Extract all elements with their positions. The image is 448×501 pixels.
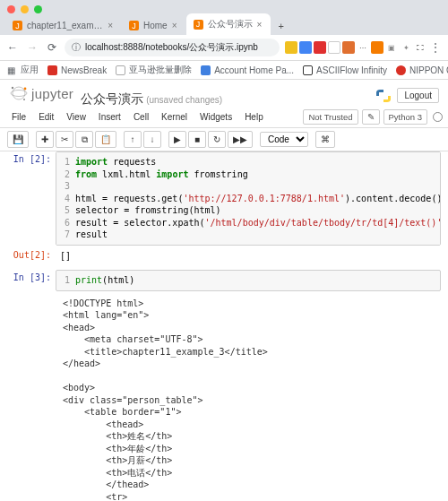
ext-icon[interactable]: ⋯ (357, 41, 369, 54)
bookmark-item[interactable]: Account Home Pa... (201, 65, 294, 75)
apps-button[interactable]: ▦应用 (7, 64, 39, 76)
jupyter-favicon: J (13, 21, 22, 30)
menu-icon[interactable]: ⋮ (428, 41, 443, 54)
in-prompt: In [3]: (7, 270, 56, 291)
out-prompt-empty (7, 295, 56, 502)
jupyter-logo-icon (9, 83, 29, 103)
out-prompt: Out[2]: (7, 247, 56, 265)
jupyter-favicon: J (194, 20, 203, 30)
svg-point-2 (12, 87, 13, 89)
ext-icon[interactable] (314, 41, 326, 54)
code-input[interactable]: 1import requests 2from lxml.html import … (56, 151, 441, 246)
bookmarks-bar: ▦应用 NewsBreak 亚马逊批量删除 Account Home Pa...… (0, 61, 448, 80)
tab-1[interactable]: J Home × (122, 16, 186, 35)
svg-point-1 (11, 91, 27, 97)
jupyter-logo[interactable]: jupyter (9, 83, 73, 103)
bookmark-item[interactable]: ASCIIFlow Infinity (303, 65, 387, 75)
code-input[interactable]: 1print(html) (56, 270, 441, 291)
minimize-window[interactable] (21, 5, 29, 13)
svg-point-0 (13, 87, 25, 99)
run-all-button[interactable]: ▶▶ (228, 131, 253, 148)
menu-view[interactable]: View (60, 109, 92, 127)
cut-button[interactable]: ✂ (56, 131, 73, 148)
stop-button[interactable]: ■ (188, 131, 206, 148)
back-button[interactable]: ← (5, 41, 20, 54)
reload-button[interactable]: ⟳ (45, 41, 59, 54)
python-logo-icon (375, 88, 392, 104)
notebook-area: In [2]: 1import requests 2from lxml.html… (0, 151, 448, 501)
output-cell: <!DOCTYPE html> <html lang="en"> <head> … (7, 295, 441, 502)
kernel-indicator-icon (433, 112, 443, 122)
logout-button[interactable]: Logout (397, 88, 439, 103)
ext-icon[interactable] (328, 41, 340, 54)
menu-help[interactable]: Help (238, 109, 270, 127)
forward-button[interactable]: → (25, 41, 39, 54)
output-cell: Out[2]: [] (7, 247, 441, 265)
save-button[interactable]: 💾 (7, 131, 29, 148)
move-up-button[interactable]: ↑ (124, 131, 142, 148)
toolbar: 💾 ✚ ✂ ⧉ 📋 ↑ ↓ ▶ ■ ↻ ▶▶ Code ⌘ (0, 128, 448, 151)
ext-icon[interactable]: ▣ (385, 41, 398, 54)
trust-button[interactable]: Not Trusted (303, 109, 358, 125)
output-text: [] (56, 247, 441, 265)
move-down-button[interactable]: ↓ (143, 131, 161, 148)
add-cell-button[interactable]: ✚ (36, 131, 54, 148)
ext-icon[interactable] (299, 41, 312, 54)
code-cell[interactable]: In [3]: 1print(html) (7, 270, 441, 291)
copy-button[interactable]: ⧉ (75, 131, 93, 148)
ext-icon[interactable] (371, 41, 383, 54)
bookmark-item[interactable]: NIPPON COLORS... (396, 65, 448, 75)
tab-0[interactable]: J chapter11_example_3 × (5, 16, 122, 35)
tab-2-active[interactable]: J 公众号演示 × (186, 13, 271, 35)
close-window[interactable] (7, 5, 15, 13)
jupyter-logo-text: jupyter (31, 86, 73, 101)
browser-chrome: J chapter11_example_3 × J Home × J 公众号演示… (0, 0, 448, 35)
notebook-status: (unsaved changes) (146, 95, 222, 105)
kernel-name[interactable]: Python 3 (383, 109, 428, 125)
menu-edit[interactable]: Edit (32, 109, 60, 127)
tab-strip: J chapter11_example_3 × J Home × J 公众号演示… (0, 13, 448, 35)
menu-widgets[interactable]: Widgets (194, 109, 238, 127)
command-palette-button[interactable]: ⌘ (315, 131, 335, 148)
edit-icon[interactable]: ✎ (362, 109, 380, 125)
svg-point-3 (24, 88, 27, 91)
paste-button[interactable]: 📋 (95, 131, 116, 148)
url-bar[interactable]: ⓘ localhost:8888/notebooks/公众号演示.ipynb (65, 39, 280, 56)
jupyter-header: jupyter 公众号演示 (unsaved changes) Logout (0, 80, 448, 108)
ext-icon[interactable]: ⛶ (414, 41, 426, 54)
new-tab-button[interactable]: + (271, 17, 290, 35)
site-info-icon[interactable]: ⓘ (72, 41, 81, 54)
close-tab-icon[interactable]: × (257, 20, 263, 30)
tab-label: chapter11_example_3 (27, 21, 103, 30)
ext-icon[interactable] (342, 41, 355, 54)
menu-cell[interactable]: Cell (127, 109, 155, 127)
extensions-row: ⋯ ▣ ✦ ⛶ ⋮ (285, 41, 443, 54)
bookmark-item[interactable]: 亚马逊批量删除 (116, 64, 192, 76)
tab-label: 公众号演示 (208, 18, 253, 30)
menu-kernel[interactable]: Kernel (155, 109, 194, 127)
notebook-name[interactable]: 公众号演示 (81, 91, 143, 108)
tab-label: Home (143, 21, 168, 30)
celltype-select[interactable]: Code (260, 132, 308, 147)
ext-icon[interactable]: ✦ (400, 41, 412, 54)
maximize-window[interactable] (34, 5, 42, 13)
url-text: localhost:8888/notebooks/公众号演示.ipynb (85, 41, 258, 54)
run-button[interactable]: ▶ (168, 131, 186, 148)
menu-insert[interactable]: Insert (92, 109, 127, 127)
close-tab-icon[interactable]: × (172, 21, 177, 30)
restart-button[interactable]: ↻ (208, 131, 226, 148)
jupyter-favicon: J (129, 21, 139, 30)
bookmark-item[interactable]: NewsBreak (47, 65, 107, 75)
in-prompt: In [2]: (7, 151, 56, 246)
stdout-output: <!DOCTYPE html> <html lang="en"> <head> … (56, 295, 441, 502)
close-tab-icon[interactable]: × (108, 21, 113, 30)
window-controls (0, 0, 448, 13)
svg-point-4 (23, 99, 25, 100)
menu-bar: File Edit View Insert Cell Kernel Widget… (0, 108, 448, 128)
ext-icon[interactable] (285, 41, 297, 54)
code-cell[interactable]: In [2]: 1import requests 2from lxml.html… (7, 151, 441, 246)
menu-file[interactable]: File (5, 109, 32, 127)
address-bar-row: ← → ⟳ ⓘ localhost:8888/notebooks/公众号演示.i… (0, 35, 448, 61)
